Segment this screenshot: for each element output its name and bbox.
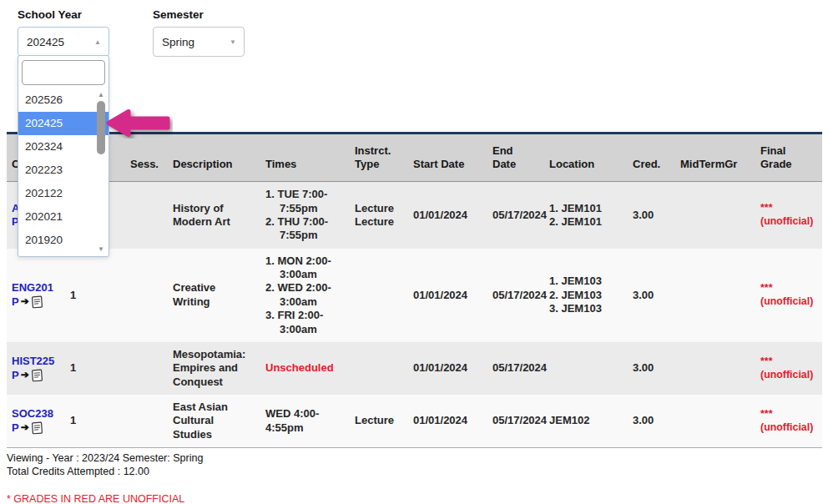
- column-header-final: Final Grade: [755, 134, 822, 182]
- semester-value: Spring: [162, 36, 194, 48]
- final-grade-cell: ***(unofficial): [755, 342, 822, 395]
- school-year-filter: School Year 202425 ▲: [18, 8, 109, 57]
- start-date-cell: 01/01/2024: [408, 249, 487, 342]
- course-p-link[interactable]: P➔: [12, 421, 60, 435]
- times-cell: 1. MON 2:00-3:00am2. WED 2:00-3:00am3. F…: [260, 249, 350, 342]
- course-row: HIST225P➔ 1Mesopotamia: Empires and Conq…: [7, 342, 822, 395]
- description-cell: Creative Writing: [168, 249, 260, 342]
- schedule-table-body: ART101P➔ 1History of Modern Art1. TUE 7:…: [7, 182, 822, 448]
- course-cell: SOC238P➔: [7, 395, 65, 448]
- description-cell: East Asian Cultural Studies: [168, 395, 260, 448]
- section-cell: 1: [65, 395, 125, 448]
- course-cell: HIST225P➔: [7, 342, 65, 395]
- scrollbar-thumb[interactable]: [97, 101, 105, 154]
- scroll-down-icon[interactable]: ▼: [96, 245, 106, 253]
- times-cell: Unscheduled: [260, 342, 350, 395]
- instrct-type-cell: LectureLecture: [350, 182, 408, 249]
- unofficial-stars: ***: [760, 355, 817, 369]
- right-arrow-icon: ➔: [21, 421, 29, 434]
- unofficial-note: (unofficial): [760, 215, 817, 229]
- viewing-summary: Viewing - Year : 2023/24 Semester: Sprin…: [7, 451, 822, 479]
- p-link-label: P: [12, 369, 19, 382]
- column-header-midterm: MidTermGr: [675, 134, 755, 182]
- school-year-value: 202425: [27, 36, 64, 48]
- start-date-cell: 01/01/2024: [408, 395, 487, 448]
- end-date-cell: 05/17/2024: [487, 342, 544, 395]
- end-date-cell: 05/17/2024: [487, 395, 544, 448]
- sess-cell: [125, 395, 168, 448]
- semester-label: Semester: [153, 8, 245, 21]
- course-cell: ENG201P➔: [7, 249, 65, 342]
- location-cell: 1. JEM1012. JEM101: [544, 182, 628, 249]
- column-header-sess: Sess.: [125, 134, 168, 182]
- unofficial-note: (unofficial): [760, 421, 817, 435]
- scroll-up-icon[interactable]: ▲: [96, 91, 106, 98]
- final-grade-cell: ***(unofficial): [755, 249, 822, 342]
- unofficial-stars: ***: [760, 408, 817, 421]
- description-cell: History of Modern Art: [168, 182, 260, 249]
- year-option[interactable]: 202122: [18, 182, 109, 205]
- assignment-doc-icon: [31, 421, 43, 435]
- location-cell: 1. JEM1032. JEM1033. JEM103: [544, 249, 628, 342]
- description-cell: Mesopotamia: Empires and Conquest: [168, 342, 260, 395]
- schedule-table: CourseSectionSess.DescriptionTimesInstrc…: [7, 132, 822, 448]
- course-row: SOC238P➔ 1East Asian Cultural StudiesWED…: [7, 395, 822, 448]
- column-header-end_date: End Date: [487, 134, 544, 182]
- table-header-row: CourseSectionSess.DescriptionTimesInstrc…: [7, 134, 822, 182]
- year-option[interactable]: 201920: [18, 229, 109, 252]
- right-arrow-icon: ➔: [21, 369, 29, 381]
- course-row: ART101P➔ 1History of Modern Art1. TUE 7:…: [7, 182, 822, 249]
- column-header-description: Description: [168, 134, 260, 182]
- location-cell: [544, 342, 628, 395]
- dropdown-search-input[interactable]: [22, 60, 105, 85]
- right-arrow-icon: ➔: [21, 295, 29, 308]
- year-option[interactable]: 202324: [18, 135, 109, 159]
- year-option[interactable]: 202021: [18, 205, 109, 229]
- sess-cell: [125, 342, 168, 395]
- instrct-type-cell: [350, 249, 408, 342]
- instrct-type-cell: [350, 342, 408, 395]
- year-option[interactable]: 202223: [18, 159, 109, 182]
- end-date-cell: 05/17/2024: [487, 249, 544, 342]
- school-year-label: School Year: [18, 8, 109, 21]
- column-header-instrct_type: Instrct. Type: [350, 134, 408, 182]
- course-code-link[interactable]: ENG201: [12, 281, 60, 295]
- school-year-select[interactable]: 202425 ▲: [18, 27, 109, 57]
- course-code-link[interactable]: SOC238: [12, 407, 60, 421]
- start-date-cell: 01/01/2024: [408, 342, 487, 395]
- school-year-dropdown-panel: 2025262024252023242022232021222020212019…: [18, 55, 109, 257]
- year-options-list: 2025262024252023242022232021222020212019…: [18, 88, 109, 252]
- column-header-credits: Cred.: [628, 134, 675, 182]
- section-cell: 1: [65, 342, 125, 395]
- year-option[interactable]: 202425: [18, 112, 109, 135]
- location-cell: JEM102: [544, 395, 628, 448]
- dropdown-scrollbar[interactable]: ▲ ▼: [96, 89, 106, 253]
- credits-cell: 3.00: [628, 182, 675, 249]
- column-header-location: Location: [544, 134, 628, 182]
- semester-filter: Semester Spring ▼: [153, 8, 245, 57]
- total-credits-line: Total Credits Attempted : 12.00: [7, 465, 822, 478]
- midterm-grade-cell: [675, 395, 755, 448]
- course-code-link[interactable]: HIST225: [12, 355, 60, 368]
- course-p-link[interactable]: P➔: [12, 369, 60, 382]
- student-schedule-page: School Year 202425 ▲ Semester Spring ▼ 2…: [0, 0, 828, 504]
- column-header-times: Times: [260, 134, 350, 182]
- sess-cell: [125, 249, 168, 342]
- instrct-type-cell: Lecture: [350, 395, 408, 448]
- midterm-grade-cell: [675, 182, 755, 249]
- final-grade-cell: ***(unofficial): [755, 182, 822, 249]
- assignment-doc-icon: [31, 369, 43, 382]
- p-link-label: P: [12, 421, 19, 435]
- course-p-link[interactable]: P➔: [12, 295, 60, 309]
- chevron-down-icon: ▼: [230, 38, 236, 46]
- times-cell: 1. TUE 7:00-7:55pm2. THU 7:00-7:55pm: [260, 182, 350, 249]
- semester-select[interactable]: Spring ▼: [153, 27, 245, 57]
- chevron-up-icon: ▲: [94, 38, 101, 46]
- grades-disclaimer: * GRADES IN RED ARE UNOFFICIAL: [7, 493, 822, 504]
- schedule-content: CourseSectionSess.DescriptionTimesInstrc…: [7, 132, 822, 504]
- year-option[interactable]: 202526: [18, 88, 109, 112]
- unofficial-note: (unofficial): [760, 369, 817, 382]
- unofficial-stars: ***: [760, 282, 817, 295]
- course-row: ENG201P➔ 1Creative Writing1. MON 2:00-3:…: [7, 249, 822, 342]
- times-cell: WED 4:00-4:55pm: [260, 395, 350, 448]
